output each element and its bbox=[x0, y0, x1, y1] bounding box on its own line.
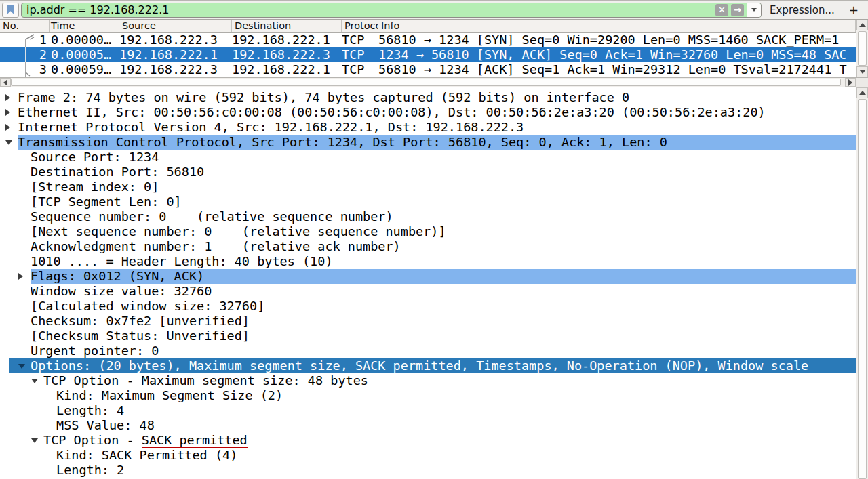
detail-row[interactable]: Destination Port: 56810 bbox=[0, 165, 868, 180]
detail-row[interactable]: Sequence number: 0 (relative sequence nu… bbox=[0, 209, 868, 224]
scroll-up-button[interactable] bbox=[856, 20, 868, 30]
expander-spacer bbox=[18, 180, 31, 194]
packet-cell-dst: 192.168.222.3 bbox=[232, 47, 342, 62]
expression-button[interactable]: Expression... bbox=[762, 4, 842, 16]
detail-row[interactable]: Source Port: 1234 bbox=[0, 150, 868, 165]
detail-row[interactable]: 1010 .... = Header Length: 40 bytes (10) bbox=[0, 254, 868, 269]
expander-spacer bbox=[18, 299, 31, 314]
detail-row[interactable]: TCP Option - Maximum segment size: 48 by… bbox=[0, 373, 868, 388]
hscrollbar-thumb[interactable] bbox=[11, 79, 841, 86]
expander-spacer bbox=[44, 463, 56, 478]
detail-row[interactable]: [Checksum Status: Unverified] bbox=[0, 329, 868, 343]
detail-text: Length: 4 bbox=[56, 403, 868, 418]
add-filter-button[interactable]: + bbox=[842, 3, 864, 17]
detail-text: TCP Option - Maximum segment size: 48 by… bbox=[43, 373, 868, 388]
expand-icon[interactable] bbox=[5, 90, 18, 105]
clear-filter-button[interactable]: ✕ bbox=[715, 4, 728, 16]
scroll-down-button[interactable] bbox=[856, 66, 868, 77]
triangle-up-icon bbox=[859, 23, 866, 27]
hscroll-track[interactable] bbox=[11, 78, 845, 87]
detail-row[interactable]: Window size value: 32760 bbox=[0, 284, 868, 299]
detail-row[interactable]: Length: 2 bbox=[0, 463, 868, 478]
detail-text: [Calculated window size: 32760] bbox=[31, 299, 868, 314]
triangle-right-icon bbox=[848, 79, 852, 86]
expander-spacer bbox=[44, 403, 56, 418]
detail-row[interactable]: Checksum: 0x7fe2 [unverified] bbox=[0, 314, 868, 329]
detail-row[interactable]: [Stream index: 0] bbox=[0, 180, 868, 194]
packet-list-scrollbar[interactable] bbox=[856, 20, 868, 77]
detail-text: Sequence number: 0 (relative sequence nu… bbox=[31, 209, 868, 224]
detail-row[interactable]: [Calculated window size: 32760] bbox=[0, 299, 868, 314]
detail-row[interactable]: Frame 2: 74 bytes on wire (592 bits), 74… bbox=[0, 90, 868, 105]
packet-cell-proto: TCP bbox=[342, 62, 378, 77]
packet-cell-proto: TCP bbox=[342, 47, 378, 62]
packet-row[interactable]: 30.00059…192.168.222.3192.168.222.1TCP56… bbox=[0, 62, 856, 77]
scrollbar-thumb[interactable] bbox=[858, 31, 867, 66]
detail-row[interactable]: TCP Option - SACK permitted bbox=[0, 433, 868, 448]
column-header-info[interactable]: Info bbox=[378, 20, 856, 32]
packet-cell-info: 56810 → 1234 [ACK] Seq=1 Ack=1 Win=29312… bbox=[378, 62, 856, 77]
detail-row[interactable]: Transmission Control Protocol, Src Port:… bbox=[0, 135, 868, 150]
column-header-proto[interactable]: Protocol bbox=[342, 20, 378, 32]
column-header-time[interactable]: Time bbox=[50, 20, 119, 32]
expand-icon[interactable] bbox=[5, 105, 18, 120]
detail-text: Kind: Maximum Segment Size (2) bbox=[56, 388, 868, 403]
expander-spacer bbox=[18, 343, 31, 358]
detail-scrollbar[interactable] bbox=[856, 87, 868, 479]
collapse-icon[interactable] bbox=[18, 358, 31, 373]
horizontal-scrollbar[interactable] bbox=[0, 77, 868, 87]
detail-text: [TCP Segment Len: 0] bbox=[31, 194, 868, 209]
expander-spacer bbox=[44, 448, 56, 463]
expander-spacer bbox=[18, 165, 31, 180]
scrollbar-thumb[interactable] bbox=[858, 99, 867, 479]
display-filter-input[interactable]: ip.addr == 192.168.222.1 ✕ → bbox=[21, 3, 762, 18]
column-header-dst[interactable]: Destination bbox=[232, 20, 342, 32]
display-filter-text[interactable]: ip.addr == 192.168.222.1 bbox=[22, 3, 715, 16]
detail-rows: Frame 2: 74 bytes on wire (592 bits), 74… bbox=[0, 90, 868, 478]
detail-row[interactable]: Acknowledgment number: 1 (relative ack n… bbox=[0, 239, 868, 254]
triangle-up-icon bbox=[859, 91, 866, 95]
apply-filter-button[interactable]: → bbox=[731, 4, 744, 16]
scroll-right-button[interactable] bbox=[845, 78, 856, 87]
column-header-src[interactable]: Source bbox=[119, 20, 232, 32]
expander-spacer bbox=[18, 239, 31, 254]
scroll-left-button[interactable] bbox=[0, 78, 11, 87]
detail-row[interactable]: Internet Protocol Version 4, Src: 192.16… bbox=[0, 120, 868, 135]
detail-row[interactable]: [TCP Segment Len: 0] bbox=[0, 194, 868, 209]
packet-cell-time: 0.00005… bbox=[50, 47, 119, 62]
detail-row[interactable]: Length: 4 bbox=[0, 403, 868, 418]
detail-row[interactable]: Kind: Maximum Segment Size (2) bbox=[0, 388, 868, 403]
expander-spacer bbox=[18, 254, 31, 269]
detail-row[interactable]: Ethernet II, Src: 00:50:56:c0:00:08 (00:… bbox=[0, 105, 868, 120]
collapse-icon[interactable] bbox=[31, 373, 43, 388]
detail-row[interactable]: Kind: SACK Permitted (4) bbox=[0, 448, 868, 463]
packet-cell-time: 0.00000… bbox=[50, 33, 119, 47]
collapse-icon[interactable] bbox=[31, 433, 43, 448]
collapse-icon[interactable] bbox=[5, 135, 18, 150]
detail-row[interactable]: Flags: 0x012 (SYN, ACK) bbox=[0, 269, 868, 284]
filter-history-dropdown[interactable] bbox=[747, 3, 761, 17]
expander-spacer bbox=[18, 209, 31, 224]
packet-cell-src: 192.168.222.3 bbox=[119, 33, 232, 47]
detail-row[interactable]: MSS Value: 48 bbox=[0, 418, 868, 433]
expand-icon[interactable] bbox=[5, 120, 18, 135]
detail-text: Urgent pointer: 0 bbox=[31, 343, 868, 358]
expander-spacer bbox=[44, 388, 56, 403]
detail-row[interactable]: Urgent pointer: 0 bbox=[0, 343, 868, 358]
detail-row[interactable]: Options: (20 bytes), Maximum segment siz… bbox=[9, 358, 868, 373]
packet-cell-info: 56810 → 1234 [SYN] Seq=0 Win=29200 Len=0… bbox=[378, 33, 856, 47]
detail-row[interactable]: [Next sequence number: 0 (relative seque… bbox=[0, 224, 868, 239]
detail-text: Source Port: 1234 bbox=[31, 150, 868, 165]
expander-spacer bbox=[18, 150, 31, 165]
filter-bookmark-button[interactable] bbox=[2, 3, 19, 18]
packet-row[interactable]: 20.00005…192.168.222.1192.168.222.3TCP12… bbox=[0, 47, 856, 62]
packet-cell-proto: TCP bbox=[342, 33, 378, 47]
packet-row[interactable]: 10.00000…192.168.222.3192.168.222.1TCP56… bbox=[0, 33, 856, 47]
column-header-no[interactable]: No. bbox=[0, 20, 50, 32]
detail-text: Ethernet II, Src: 00:50:56:c0:00:08 (00:… bbox=[18, 105, 868, 120]
packet-cell-time: 0.00059… bbox=[50, 62, 119, 77]
expand-icon[interactable] bbox=[18, 269, 31, 284]
scroll-up-button[interactable] bbox=[856, 87, 868, 98]
close-icon: ✕ bbox=[718, 5, 726, 14]
packet-cell-no: 2 bbox=[0, 47, 50, 62]
